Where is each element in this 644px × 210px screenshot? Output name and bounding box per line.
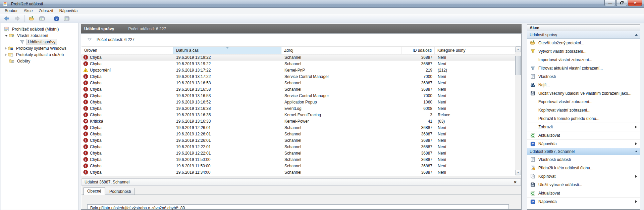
scrollbar-thumb[interactable] [515,56,521,75]
event-source-cell: Schannel [282,61,402,66]
column-header-category[interactable]: Kategorie úlohy [435,47,515,54]
action-importovat-vlastn-zobrazen[interactable]: Importovat vlastní zobrazení... [527,55,640,64]
column-header-datetime[interactable]: Datum a čas [173,47,281,54]
column-header-level[interactable]: Úroveň [82,47,173,54]
console-tree-icon [39,16,45,21]
event-datetime-cell: 19.6.2019 12:26:01 [173,125,282,130]
actions-section-header-1[interactable]: Událost 36887, Schannel [527,148,640,155]
title-bar[interactable]: Prohlížeč událostí x [0,0,644,8]
help-button[interactable]: ? [52,14,61,23]
event-category-cell: Není [435,157,515,162]
event-row[interactable]: !Chyba19.6.2019 13:16:58Schannel36887Nen… [82,80,515,86]
preview-splitter[interactable] [81,176,521,178]
menu-item-soubor[interactable]: Soubor [2,8,21,14]
scroll-down-icon[interactable]: ▼ [515,170,521,175]
event-row[interactable]: !Chyba19.6.2019 13:16:52Application Popu… [82,99,515,105]
event-level-label: Chyba [90,125,102,130]
event-row[interactable]: !Chyba19.6.2019 11:50:00Schannel36887Nen… [82,163,515,169]
event-row[interactable]: !Chyba19.6.2019 13:16:58Schannel36887Nen… [82,86,515,92]
action-n-pov-da[interactable]: ?Nápověda [527,197,640,206]
tab-podrobnosti[interactable]: Podrobnosti [106,188,135,195]
action-aktualizovat[interactable]: Aktualizovat [527,189,640,197]
action-aktualizovat[interactable]: Aktualizovat [527,131,640,139]
error-icon: ! [83,144,88,149]
action-kop-rovat-vlastn-zobrazen[interactable]: Kopírovat vlastní zobrazení... [527,106,640,114]
column-header-eventid[interactable]: ID události [401,47,435,54]
event-row[interactable]: !Chyba19.6.2019 12:22:01Schannel36887Nen… [82,150,515,156]
event-row[interactable]: !Chyba19.6.2019 13:19:22Schannel36887Nen… [82,60,515,67]
preview-close-icon[interactable]: ✕ [513,179,518,185]
event-row[interactable]: !Chyba19.6.2019 13:16:35Kernel-EventTrac… [82,112,515,118]
tab-obecn[interactable]: Obecné [84,187,105,195]
event-datetime-cell: 19.6.2019 11:34:00 [173,170,282,175]
event-row[interactable]: !Chyba19.6.2019 12:22:01Schannel36887Nen… [82,143,515,150]
event-row[interactable]: !Chyba19.6.2019 13:16:38EventLog6008Není [82,105,515,112]
event-row[interactable]: !Chyba19.6.2019 11:34:00Schannel36887Nen… [82,169,515,175]
tree-root-item[interactable]: Prohlížeč událostí (Místní) [1,26,78,32]
action-exportovat-vlastn-zobrazen[interactable]: Exportovat vlastní zobrazení... [527,97,640,106]
open-saved-log-button[interactable] [27,14,36,23]
action-n-pov-da[interactable]: ?Nápověda [527,139,640,148]
scroll-up-icon[interactable]: ▲ [515,46,521,52]
event-level-cell: !Chyba [82,55,173,60]
event-row[interactable]: !Upozornění19.6.2019 13:17:22Kernel-PnP2… [82,67,515,73]
collapse-arrow-icon[interactable] [635,151,638,152]
forward-button[interactable] [12,14,22,23]
tree-item-odb-ry[interactable]: Odběry [1,58,78,64]
event-row[interactable]: Kritická19.6.2019 13:16:33Kernel-Power41… [82,118,515,124]
filter-summary-bar[interactable]: Počet událostí: 6 227 [82,35,520,44]
menu-item-akce[interactable]: Akce [21,8,36,14]
action-label: Zobrazit [538,125,632,129]
blank-icon [530,116,535,121]
event-row[interactable]: !Chyba19.6.2019 12:26:01Schannel36887Nen… [82,131,515,137]
svg-text:!: ! [85,87,86,91]
event-level-cell: !Chyba [82,131,173,136]
tree-item-ud-losti-spr-vy[interactable]: Události správy [1,39,78,45]
filter-icon [19,39,25,45]
back-button[interactable] [2,14,11,23]
collapse-arrow-icon[interactable] [635,34,638,36]
expander-collapsed-icon[interactable] [5,47,7,50]
event-row[interactable]: !Chyba19.6.2019 13:19:22Schannel36887Nen… [82,54,515,60]
event-row[interactable]: !Chyba19.6.2019 12:26:01Schannel36887Nen… [82,124,515,131]
event-category-cell: (63) [435,119,515,124]
show-action-pane-button[interactable] [62,14,71,23]
event-level-cell: !Chyba [82,74,173,79]
error-icon: ! [83,99,88,104]
event-row[interactable]: !Chyba19.6.2019 12:26:01Schannel36887Nen… [82,137,515,143]
restore-button[interactable] [616,0,627,6]
action-vytvo-it-vlastn-zobrazen[interactable]: Vytvořit vlastní zobrazení... [527,47,640,55]
action-filtrovat-aktu-ln-vlastn-zobrazen[interactable]: Filtrovat aktuální vlastní zobrazení... [527,64,640,72]
action-zobrazit[interactable]: Zobrazit [527,123,640,131]
tree-item-protokoly-syst-mu-windows[interactable]: Protokoly systému Windows [1,45,78,51]
action-ulo-it-v-echny-ud-losti-ve-vlastn-m-zobrazen-jako[interactable]: Uložit všechny události ve vlastním zobr… [527,89,640,97]
event-row[interactable]: !Chyba19.6.2019 13:17:22Service Control … [82,73,515,80]
minimize-button[interactable] [604,0,615,6]
action-p-idru-it-k-t-to-ud-losti-lohu[interactable]: Přidružit k této události úlohu... [527,164,640,172]
column-header-source[interactable]: Zdroj [281,47,401,54]
show-console-tree-button[interactable] [37,14,47,23]
error-icon: ! [83,61,88,66]
expander-collapsed-icon[interactable] [5,53,7,56]
menu-item-npovda[interactable]: Nápověda [56,8,81,14]
expander-expanded-icon[interactable] [5,35,8,37]
action-ulo-it-vybran-ud-losti[interactable]: Uložit vybrané události... [527,180,640,189]
action-vlastnosti-ud-losti[interactable]: Vlastnosti události [527,155,640,164]
tree-item-protokoly-aplikac-a-slu-eb[interactable]: Protokoly aplikací a služeb [1,51,78,58]
menu-item-zobrazit[interactable]: Zobrazit [36,8,56,14]
tree-item-vlastn-zobrazen-[interactable]: Vlastní zobrazení [1,32,78,39]
action-p-idru-it-k-tomuto-pohledu-lohu[interactable]: Přidružit k tomuto pohledu úlohu... [527,114,640,123]
event-id-cell: 219 [402,68,435,73]
close-button[interactable]: x [628,0,642,6]
event-row[interactable]: !Chyba19.6.2019 11:50:00Schannel36887Nen… [82,156,515,163]
action-naj-t[interactable]: Najít... [527,81,640,89]
action-otev-t-ulo-en-protokol[interactable]: Otevřít uložený protokol... [527,39,640,47]
events-scrollbar[interactable]: ▲ ▼ [515,46,521,175]
action-kop-rovat[interactable]: Kopírovat [527,172,640,180]
event-source-cell: Kernel-PnP [282,68,402,73]
event-level-cell: !Chyba [82,93,173,98]
action-vlastnosti[interactable]: Vlastnosti [527,72,640,81]
actions-section-header-0[interactable]: Události správy [527,31,640,39]
event-row[interactable]: !Chyba19.6.2019 13:16:53Service Control … [82,92,515,99]
event-datetime-cell: 19.6.2019 13:16:52 [173,100,282,104]
